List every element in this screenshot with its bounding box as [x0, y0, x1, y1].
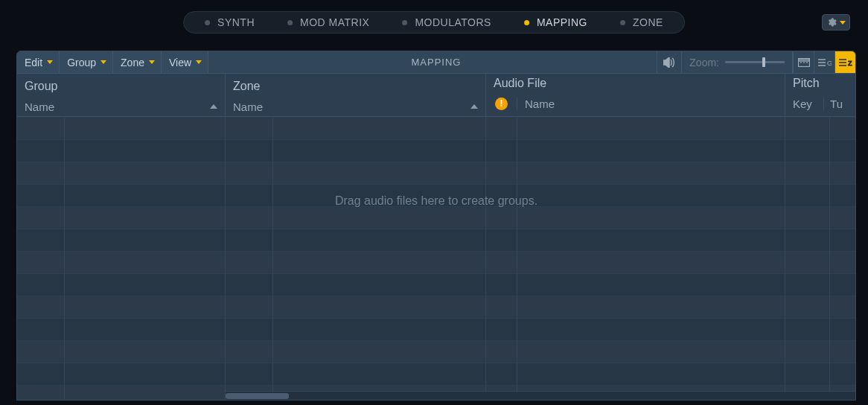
header-audio-file-label: Audio File	[494, 77, 546, 90]
header-pitch-key[interactable]: Key	[785, 98, 824, 110]
view-menu-label: View	[169, 57, 191, 68]
header-group-name-label: Name	[25, 101, 54, 113]
horizontal-scrollbar-thumb[interactable]	[226, 393, 289, 399]
tab-zone[interactable]: ZONE	[604, 12, 680, 33]
tab-modulators[interactable]: MODULATORS	[386, 12, 508, 33]
header-zone-label: Zone	[233, 80, 260, 93]
header-group-label: Group	[25, 80, 57, 93]
row-gridlines	[17, 117, 855, 400]
header-audio-file-name[interactable]: Name	[517, 98, 770, 110]
chevron-down-icon	[149, 60, 155, 64]
settings-button[interactable]	[822, 14, 850, 31]
chevron-down-icon	[196, 60, 202, 64]
header-zone-name-label: Name	[233, 101, 263, 113]
tab-dot-icon	[287, 20, 293, 25]
tab-dot-icon	[524, 20, 529, 25]
horizontal-scrollbar[interactable]	[226, 391, 855, 400]
header-audio-file[interactable]: Audio File ! Name	[486, 74, 785, 117]
svg-text:Z: Z	[848, 60, 852, 67]
tab-mapping[interactable]: MAPPING	[508, 12, 604, 33]
svg-text:G: G	[827, 60, 832, 67]
header-pitch-key-label: Key	[793, 98, 812, 110]
zoom-slider-knob[interactable]	[762, 57, 765, 67]
tab-dot-icon	[205, 20, 210, 25]
mapping-toolbar: Edit Group Zone View MAPPING Z	[17, 51, 855, 74]
sort-ascending-icon	[210, 104, 217, 109]
view-mode-keymap[interactable]	[793, 51, 814, 73]
top-tab-bar: SYNTH MOD MATRIX MODULATORS MAPPING ZONE	[0, 6, 868, 39]
header-group[interactable]: Group Name	[17, 74, 226, 117]
column-headers: Group Name Zone Name Audio File !	[17, 74, 855, 117]
drop-hint-text: Drag audio files here to create groups.	[17, 194, 855, 208]
zone-list-body[interactable]: Drag audio files here to create groups.	[17, 117, 855, 400]
edit-menu-label: Edit	[25, 57, 42, 68]
chevron-down-icon	[840, 21, 846, 25]
tab-mod-matrix-label: MOD MATRIX	[300, 16, 369, 28]
tab-modulators-label: MODULATORS	[415, 16, 491, 28]
header-zone[interactable]: Zone Name	[226, 74, 486, 117]
tab-dot-icon	[620, 20, 625, 25]
header-audio-file-status[interactable]: !	[486, 98, 517, 110]
zone-menu-label: Zone	[121, 57, 144, 68]
mapping-panel: Edit Group Zone View MAPPING Z	[16, 51, 856, 401]
gear-icon	[826, 17, 837, 28]
group-menu[interactable]: Group	[60, 51, 113, 73]
zone-menu[interactable]: Zone	[113, 51, 162, 73]
tab-synth-label: SYNTH	[217, 16, 255, 28]
speaker-icon	[663, 57, 675, 68]
header-pitch-label: Pitch	[793, 77, 820, 90]
view-menu[interactable]: View	[162, 51, 208, 73]
sort-ascending-icon	[470, 104, 478, 109]
pill-tab-row: SYNTH MOD MATRIX MODULATORS MAPPING ZONE	[183, 11, 685, 34]
header-pitch-tune-label: Tu	[830, 98, 843, 110]
chevron-down-icon	[100, 60, 106, 64]
tab-zone-label: ZONE	[633, 16, 663, 28]
zoom-slider-track[interactable]	[725, 61, 785, 63]
zone-list-icon: Z	[839, 58, 852, 67]
header-pitch-tune[interactable]: Tu	[824, 98, 843, 110]
group-menu-label: Group	[67, 57, 96, 68]
tab-mod-matrix[interactable]: MOD MATRIX	[271, 12, 386, 33]
zoom-control[interactable]: Zoom:	[682, 51, 793, 73]
header-pitch[interactable]: Pitch Key Tu	[785, 74, 856, 117]
chevron-down-icon	[47, 60, 53, 64]
edit-menu[interactable]: Edit	[17, 51, 60, 73]
keymap-icon	[798, 58, 810, 67]
view-mode-zone-list[interactable]: Z	[835, 51, 855, 73]
audition-button[interactable]	[657, 51, 682, 73]
tab-mapping-label: MAPPING	[537, 16, 587, 28]
tab-synth[interactable]: SYNTH	[188, 12, 271, 33]
warning-icon: !	[495, 98, 508, 110]
header-audio-file-name-label: Name	[525, 98, 555, 110]
tab-dot-icon	[402, 20, 407, 25]
zoom-label: Zoom:	[689, 57, 719, 68]
group-list-icon: G	[818, 58, 832, 67]
view-mode-group-list[interactable]: G	[814, 51, 835, 73]
